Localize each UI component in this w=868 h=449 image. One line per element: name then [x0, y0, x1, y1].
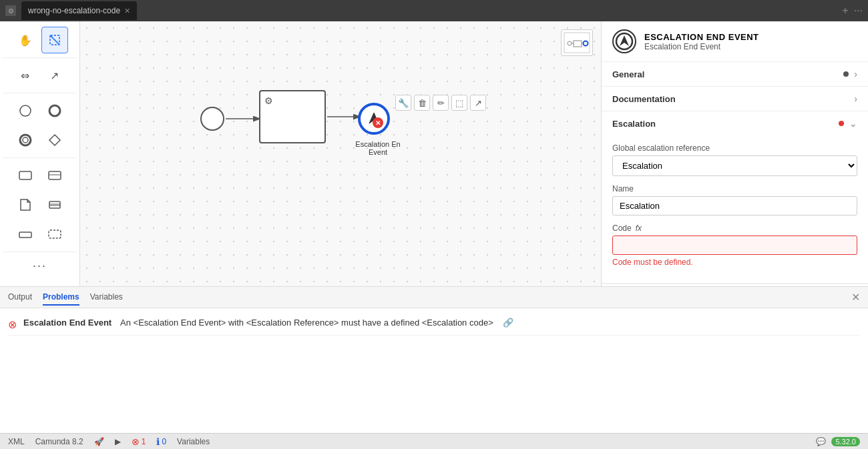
escalation-section-header[interactable]: Escalation ⌄ [602, 111, 868, 135]
info-count: ℹ 0 [156, 436, 166, 447]
code-error-text: Code must be defined. [612, 258, 857, 267]
toolbar-row-4 [12, 127, 68, 153]
svg-rect-10 [49, 201, 60, 208]
rect2-tool[interactable] [41, 162, 68, 189]
error-badge: ✕ [373, 117, 383, 128]
escalation-label: Escalation [612, 119, 656, 129]
toolbar-row-7 [12, 221, 68, 248]
general-arrow: › [854, 69, 857, 79]
doc-tool[interactable] [12, 191, 39, 218]
hand-tool[interactable]: ✋ [12, 27, 39, 53]
code-group: Code fx Code must be defined. [612, 223, 857, 267]
escalation-end-event[interactable]: ✕ [358, 103, 390, 135]
new-tab-button[interactable]: + [842, 5, 848, 17]
svg-point-4 [20, 135, 31, 145]
more-options-button[interactable]: ··· [854, 5, 863, 17]
documentation-arrow: › [854, 93, 857, 104]
svg-point-3 [49, 105, 60, 116]
collapse-tool[interactable]: ⬚ [451, 95, 467, 111]
main-area: ✋ ⇔ ↗ [0, 21, 868, 286]
global-ref-group: Global escalation reference Escalation N… [612, 143, 857, 176]
thick-circle-tool[interactable] [41, 97, 68, 124]
connect-tool[interactable]: ⇔ [12, 62, 39, 89]
more-tools[interactable]: ··· [33, 256, 47, 276]
panel-header: ESCALATION END EVENT Escalation End Even… [602, 21, 868, 62]
panel-tool[interactable] [12, 221, 39, 248]
start-event[interactable] [200, 107, 224, 131]
problem-source[interactable]: Escalation End Event [23, 318, 112, 328]
status-right: 💬 5.32.0 [816, 437, 860, 446]
error-count: ⊗ 1 [132, 436, 146, 447]
rect-tool[interactable] [12, 162, 39, 189]
panel-title: ESCALATION END EVENT Escalation End Even… [644, 32, 759, 51]
name-label: Name [612, 184, 857, 193]
svg-rect-13 [19, 232, 31, 238]
bottom-content: ⊗ Escalation End Event An <Escalation En… [0, 308, 868, 433]
diamond-tool[interactable] [41, 127, 68, 153]
general-section-header[interactable]: General › [602, 62, 868, 86]
problem-link[interactable]: 🔗 [503, 318, 513, 328]
bottom-panel: Output Problems Variables ✕ ⊗ Escalation… [0, 286, 868, 433]
element-toolbar: 🔧 🗑 ✏ ⬚ ↗ [395, 95, 486, 111]
status-bar: XML Camunda 8.2 🚀 ▶ ⊗ 1 ℹ 0 Variables 💬 … [0, 433, 868, 449]
svg-point-2 [20, 105, 31, 116]
tab-output[interactable]: Output [8, 290, 32, 306]
dashed-tool[interactable] [41, 221, 68, 248]
panel-title-main: ESCALATION END EVENT [644, 32, 759, 42]
problem-icon: ⊗ [8, 318, 17, 331]
tab-close-button[interactable]: ✕ [124, 7, 130, 15]
escalation-arrow: ⌄ [849, 118, 857, 129]
toolbar-row-2: ⇔ ↗ [12, 62, 68, 89]
code-input[interactable] [612, 236, 857, 255]
toolbar-row-6 [12, 191, 68, 218]
documentation-section-header[interactable]: Documentation › [602, 87, 868, 111]
arrow-out-tool[interactable]: ↗ [470, 95, 486, 111]
delete-tool[interactable]: 🗑 [414, 95, 430, 111]
deploy-button[interactable]: 🚀 [94, 437, 104, 446]
toolbar-row-1: ✋ [12, 27, 68, 53]
variables-label[interactable]: Variables [177, 437, 210, 446]
documentation-label: Documentation [612, 94, 676, 104]
title-bar: ⚙ wrong-no-escalation-code ✕ + ··· [0, 0, 868, 21]
general-section: General › [602, 62, 868, 87]
comment-icon[interactable]: 💬 [816, 437, 826, 446]
end-event-label: Escalation EnEvent [351, 140, 405, 156]
ring-tool[interactable] [12, 127, 39, 153]
tab-variables[interactable]: Variables [90, 290, 123, 306]
svg-point-5 [23, 137, 28, 143]
marker-tool[interactable]: ✏ [433, 95, 449, 111]
bottom-close-button[interactable]: ✕ [851, 291, 860, 304]
left-toolbar: ✋ ⇔ ↗ [0, 21, 80, 286]
play-button[interactable]: ▶ [115, 437, 121, 446]
panel-element-icon [612, 29, 636, 53]
active-tab[interactable]: wrong-no-escalation-code ✕ [21, 1, 137, 20]
tab-label: wrong-no-escalation-code [28, 6, 120, 15]
svg-point-22 [584, 41, 588, 46]
cylinder-tool[interactable] [41, 191, 68, 218]
documentation-section: Documentation › [602, 87, 868, 111]
svg-rect-14 [49, 230, 61, 238]
svg-rect-7 [19, 171, 31, 179]
name-input[interactable] [612, 196, 857, 215]
title-bar-actions: + ··· [842, 5, 863, 17]
code-fx: fx [636, 223, 642, 233]
general-label: General [612, 69, 644, 79]
end-event-inner: ✕ [365, 109, 383, 128]
svg-marker-6 [49, 135, 60, 145]
app-icon: ⚙ [5, 5, 16, 16]
escalation-section: Escalation ⌄ Global escalation reference… [602, 111, 868, 284]
bottom-tabs: Output Problems Variables ✕ [0, 287, 868, 308]
svg-marker-26 [620, 35, 629, 46]
arrow-tool[interactable]: ↗ [41, 62, 68, 89]
wrench-tool[interactable]: 🔧 [395, 95, 411, 111]
lasso-tool[interactable] [41, 27, 68, 53]
problem-row: ⊗ Escalation End Event An <Escalation En… [8, 314, 860, 336]
circle-tool[interactable] [12, 97, 39, 124]
minimap[interactable] [561, 29, 593, 56]
svg-rect-21 [574, 41, 582, 47]
task[interactable]: ⚙ [259, 90, 326, 143]
global-ref-select[interactable]: Escalation None [612, 155, 857, 176]
svg-line-1 [50, 35, 59, 45]
tab-problems[interactable]: Problems [43, 290, 79, 306]
canvas[interactable]: ⚙ ✕ Escalation EnEvent 🔧 🗑 ✏ ⬚ ↗ [80, 21, 601, 286]
